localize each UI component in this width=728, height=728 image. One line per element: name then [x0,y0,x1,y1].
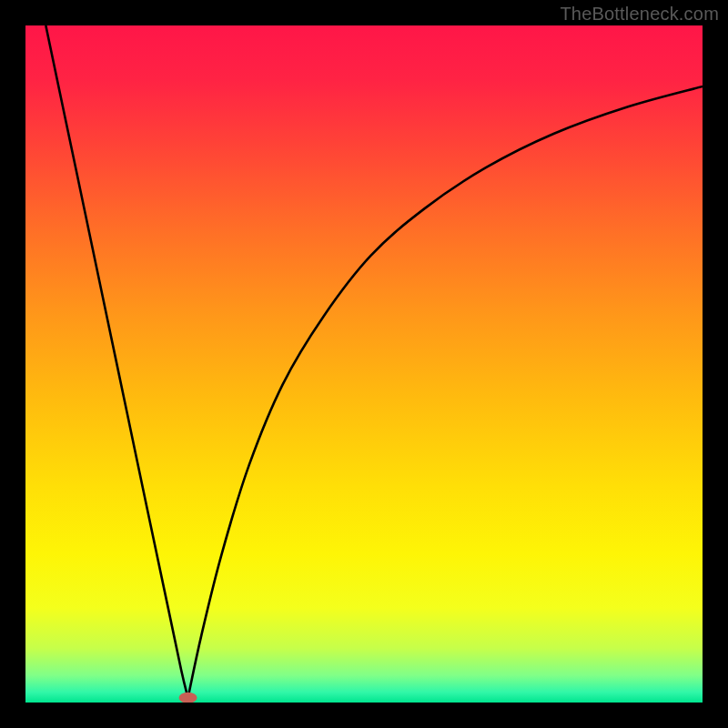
minimum-marker [179,693,197,703]
bottleneck-curve [25,25,703,703]
plot-area [25,25,703,703]
curve-left-branch [46,25,187,698]
curve-right-branch [188,86,703,698]
chart-frame: TheBottleneck.com [0,0,728,728]
watermark-text: TheBottleneck.com [560,4,719,25]
